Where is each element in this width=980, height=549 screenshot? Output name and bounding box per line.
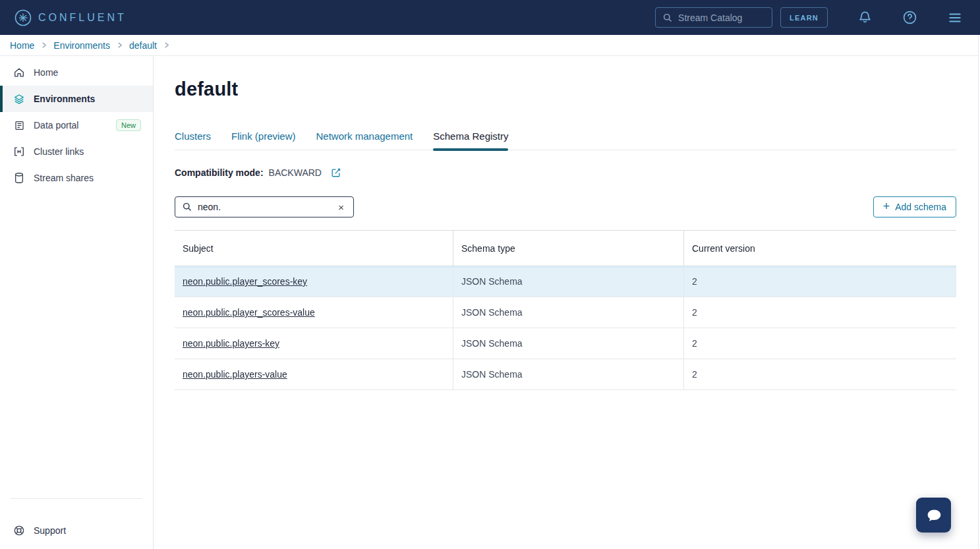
top-navbar: CONFLUENT LEARN <box>0 0 980 35</box>
sidebar-item-stream-shares[interactable]: Stream shares <box>0 165 153 191</box>
tab-bar: Clusters Flink (preview) Network managem… <box>175 130 956 150</box>
confluent-brand[interactable]: CONFLUENT <box>14 9 127 26</box>
schema-search-box[interactable]: × <box>175 196 354 217</box>
chat-button[interactable] <box>916 498 951 533</box>
compatibility-mode-value: BACKWARD <box>269 167 322 178</box>
main-content: default Clusters Flink (preview) Network… <box>154 56 980 549</box>
search-icon <box>662 13 673 23</box>
breadcrumb-environments[interactable]: Environments <box>53 40 110 51</box>
compatibility-mode-row: Compatibility mode: BACKWARD <box>175 167 956 178</box>
schema-search-input[interactable] <box>198 202 335 212</box>
sidebar-divider <box>11 498 142 499</box>
document-icon <box>13 120 25 131</box>
new-badge: New <box>116 119 141 131</box>
plus-icon: + <box>883 200 890 212</box>
column-header-schema-type: Schema type <box>453 231 683 266</box>
brand-name: CONFLUENT <box>38 12 127 24</box>
tab-schema-registry[interactable]: Schema Registry <box>433 130 508 150</box>
page-title: default <box>175 78 956 100</box>
current-version-cell: 2 <box>683 297 956 328</box>
tab-network-management[interactable]: Network management <box>316 130 413 150</box>
menu-icon[interactable] <box>947 10 963 26</box>
stream-catalog-input[interactable] <box>678 13 757 23</box>
schema-type-cell: JSON Schema <box>453 297 683 328</box>
table-row[interactable]: neon.public.players-value JSON Schema 2 <box>175 359 956 390</box>
sidebar-item-label: Cluster links <box>34 146 84 157</box>
sidebar-item-cluster-links[interactable]: Cluster links <box>0 138 153 165</box>
sidebar-item-label: Stream shares <box>34 173 94 183</box>
table-row[interactable]: neon.public.players-key JSON Schema 2 <box>175 328 956 359</box>
sidebar-item-label: Environments <box>34 94 95 104</box>
current-version-cell: 2 <box>683 359 956 390</box>
learn-button[interactable]: LEARN <box>780 7 828 28</box>
chevron-right-icon <box>41 42 47 48</box>
database-icon <box>13 172 25 184</box>
life-ring-icon <box>13 525 25 536</box>
controls-row: × + Add schema <box>175 196 956 217</box>
tab-clusters[interactable]: Clusters <box>175 130 211 150</box>
subject-link[interactable]: neon.public.players-key <box>183 338 279 349</box>
stream-catalog-search[interactable] <box>655 7 772 28</box>
compatibility-mode-label: Compatibility mode: <box>175 167 264 178</box>
current-version-cell: 2 <box>683 266 956 297</box>
notifications-bell-icon[interactable] <box>857 10 873 25</box>
breadcrumb-home[interactable]: Home <box>10 40 34 51</box>
current-version-cell: 2 <box>683 328 956 359</box>
table-header-row: Subject Schema type Current version <box>175 230 956 266</box>
table-row[interactable]: neon.public.player_scores-key JSON Schem… <box>175 266 956 297</box>
sidebar-item-support[interactable]: Support <box>0 517 153 544</box>
table-row[interactable]: neon.public.player_scores-value JSON Sch… <box>175 297 956 328</box>
chevron-right-icon <box>163 42 169 48</box>
schema-type-cell: JSON Schema <box>453 359 683 390</box>
breadcrumb: Home Environments default <box>0 35 980 56</box>
sidebar-item-label: Home <box>34 67 58 78</box>
add-schema-button[interactable]: + Add schema <box>873 196 956 217</box>
edit-icon[interactable] <box>331 167 341 178</box>
chat-bubble-icon <box>924 506 944 525</box>
chevron-right-icon <box>117 42 123 48</box>
sidebar: Home Environments Data portal New <box>0 56 154 549</box>
add-schema-label: Add schema <box>895 202 946 212</box>
sidebar-item-environments[interactable]: Environments <box>0 86 153 112</box>
column-header-subject: Subject <box>175 231 453 266</box>
subject-link[interactable]: neon.public.player_scores-key <box>183 276 307 287</box>
schema-type-cell: JSON Schema <box>453 266 683 297</box>
sidebar-item-home[interactable]: Home <box>0 59 153 86</box>
sidebar-item-data-portal[interactable]: Data portal New <box>0 112 153 138</box>
breadcrumb-default[interactable]: default <box>129 40 157 51</box>
cluster-links-icon <box>13 146 25 158</box>
confluent-logo-icon <box>14 9 32 26</box>
help-icon[interactable] <box>902 10 917 25</box>
tab-flink-preview[interactable]: Flink (preview) <box>231 130 296 150</box>
support-label: Support <box>34 525 66 536</box>
subject-link[interactable]: neon.public.players-value <box>183 369 287 380</box>
search-icon <box>182 202 192 212</box>
sidebar-item-label: Data portal <box>34 120 78 130</box>
clear-search-icon[interactable]: × <box>335 201 347 214</box>
subject-link[interactable]: neon.public.player_scores-value <box>183 307 315 318</box>
layers-icon <box>13 93 25 105</box>
schemas-table: Subject Schema type Current version neon… <box>175 230 956 390</box>
schema-type-cell: JSON Schema <box>453 328 683 359</box>
column-header-current-version: Current version <box>683 231 956 266</box>
home-icon <box>13 67 25 78</box>
